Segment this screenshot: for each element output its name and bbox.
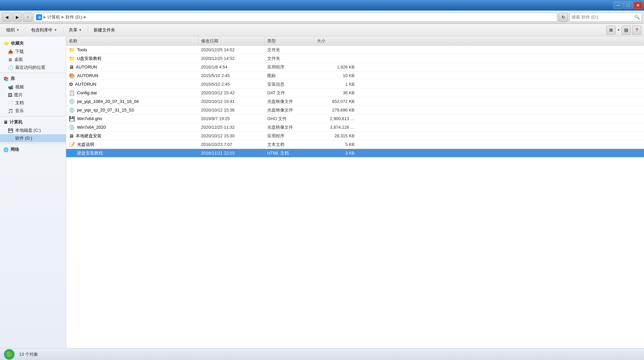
share-label: 共享	[69, 27, 77, 33]
sidebar-divider-3	[0, 144, 66, 144]
file-date-cell: 2016/11/21 22:03	[198, 151, 265, 156]
file-name: Win7x64_2020	[77, 125, 106, 130]
file-icon: 📋	[69, 90, 75, 96]
file-size-cell: 5 KB	[314, 142, 357, 147]
favorites-header[interactable]: ⭐ 收藏夹	[0, 39, 66, 48]
titlebar: ─ □ ✕	[0, 0, 644, 11]
computer-header[interactable]: 🖥 计算机	[0, 118, 66, 126]
minimize-button[interactable]: ─	[614, 2, 623, 9]
file-date-cell: 2020/10/12 15:42	[198, 90, 265, 95]
file-name: U盘安装教程	[77, 56, 102, 62]
network-header[interactable]: 🌐 网络	[0, 145, 66, 154]
file-type-cell: 文件夹	[265, 47, 314, 53]
table-row[interactable]: 📋 Config.dat 2020/10/12 15:42 DAT 文件 36 …	[66, 89, 644, 97]
file-icon: 🌐	[69, 150, 75, 156]
sidebar-item-d-drive[interactable]: 💿 软件 (D:)	[0, 134, 66, 142]
preview-button[interactable]: ▤	[622, 25, 631, 35]
file-date-cell: 2020/12/25 14:52	[198, 56, 265, 61]
table-row[interactable]: 🖥 AUTORUN 2016/1/8 4:54 应用程序 1,926 KB	[66, 63, 644, 71]
col-header-date[interactable]: 修改日期	[198, 36, 265, 45]
file-size-cell: 28,315 KB	[314, 133, 357, 138]
file-name-cell: ⚙ AUTORUN	[66, 81, 198, 87]
organize-label: 组织	[6, 27, 15, 33]
forward-button[interactable]: ▶	[13, 13, 22, 22]
col-header-size[interactable]: 大小	[314, 36, 357, 45]
file-name-cell: 💿 pe_yqs_1064_20_07_31_16_04	[66, 99, 198, 105]
file-size-cell: 36 KB	[314, 90, 357, 95]
search-icon[interactable]: 🔍	[634, 15, 640, 20]
sidebar-item-desktop[interactable]: 🖥 桌面	[0, 56, 66, 64]
d-drive-icon: 💿	[8, 136, 13, 141]
search-input[interactable]	[572, 15, 633, 20]
sidebar-item-video[interactable]: 📹 视频	[0, 83, 66, 91]
sidebar-item-c-drive[interactable]: 💾 本地磁盘 (C:)	[0, 126, 66, 134]
table-row[interactable]: 🌐 硬盘安装教程 2016/11/21 22:03 HTML 文档 3 KB	[66, 149, 644, 158]
table-row[interactable]: 📁 U盘安装教程 2020/12/25 14:52 文件夹	[66, 54, 644, 63]
view-toggle-button[interactable]: ⊞	[606, 25, 616, 35]
organize-button[interactable]: 组织 ▼	[3, 25, 23, 35]
breadcrumb-sep-3: ▶	[84, 15, 86, 19]
maximize-button[interactable]: □	[623, 2, 633, 9]
file-name: pe_yqs_1064_20_07_31_16_04	[77, 99, 139, 104]
computer-section: 🖥 计算机 💾 本地磁盘 (C:) 💿 软件 (D:)	[0, 118, 66, 142]
file-icon: 💿	[69, 99, 75, 105]
library-label: 库	[11, 76, 15, 82]
file-date-cell: 2020/10/12 15:36	[198, 108, 265, 112]
breadcrumb-bar[interactable]: 🖥 ▶ 计算机 ▶ 软件 (D:) ▶	[34, 13, 557, 22]
file-icon: 📁	[69, 47, 75, 53]
file-icon: 📁	[69, 56, 75, 62]
col-header-type[interactable]: 类型	[265, 36, 314, 45]
table-row[interactable]: 🎨 AUTORUN 2015/5/10 2:45 图标 10 KB	[66, 71, 644, 80]
include-chevron: ▼	[54, 28, 57, 32]
table-row[interactable]: 💿 pe_yqs_1064_20_07_31_16_04 2020/10/12 …	[66, 97, 644, 106]
view-chevron: ▼	[617, 28, 620, 32]
breadcrumb-drive[interactable]: 软件 (D:)	[65, 14, 82, 20]
file-type-cell: 图标	[265, 73, 314, 79]
download-label: 下载	[15, 49, 24, 55]
file-date-cell: 2019/9/7 19:25	[198, 116, 265, 121]
share-button[interactable]: 共享 ▼	[65, 25, 86, 35]
up-button[interactable]: ↑	[23, 13, 32, 22]
desktop-label: 桌面	[14, 57, 23, 63]
file-name-cell: 📁 Tools	[66, 47, 198, 53]
col-header-name[interactable]: 名称	[66, 36, 198, 45]
file-icon: 💿	[69, 124, 75, 130]
help-button[interactable]: ?	[632, 25, 641, 35]
file-date-cell: 2016/1/8 4:54	[198, 65, 265, 69]
library-header[interactable]: 📚 库	[0, 74, 66, 83]
file-name-cell: 🖥 本地硬盘安装	[66, 133, 198, 139]
close-button[interactable]: ✕	[633, 2, 643, 9]
desktop-icon: 🖥	[8, 57, 12, 62]
file-type-cell: 光盘映像文件	[265, 107, 314, 113]
table-row[interactable]: 💿 Win7x64_2020 2020/12/25 11:32 光盘映像文件 3…	[66, 123, 644, 132]
sidebar-item-music[interactable]: 🎵 音乐	[0, 107, 66, 115]
table-row[interactable]: 📁 Tools 2020/12/25 14:52 文件夹	[66, 46, 644, 54]
statusbar-logo: 🟢	[3, 348, 15, 360]
include-button[interactable]: 包含到库中 ▼	[27, 25, 61, 35]
toolbar: 组织 ▼ 包含到库中 ▼ 共享 ▼ 新建文件夹 ⊞ ▼ ▤ ?	[0, 24, 644, 36]
sidebar-item-download[interactable]: 📥 下载	[0, 48, 66, 56]
file-type-cell: 文件夹	[265, 56, 314, 62]
table-row[interactable]: 🖥 本地硬盘安装 2020/10/12 15:30 应用程序 28,315 KB	[66, 132, 644, 140]
statusbar: 🟢 13 个对象	[0, 348, 644, 360]
share-chevron: ▼	[79, 28, 82, 32]
file-date-cell: 2020/12/25 14:52	[198, 47, 265, 52]
refresh-button[interactable]: ↻	[559, 13, 568, 22]
sidebar-item-pictures[interactable]: 🖼 图片	[0, 91, 66, 99]
sidebar-item-documents[interactable]: 📄 文档	[0, 99, 66, 107]
new-folder-button[interactable]: 新建文件夹	[90, 25, 119, 35]
table-row[interactable]: 💾 Win7x64.gho 2019/9/7 19:25 GHO 文件 2,90…	[66, 114, 644, 123]
table-row[interactable]: 💿 pe_yqs_xp_20_07_31_15_53 2020/10/12 15…	[66, 106, 644, 114]
sidebar-item-recent[interactable]: 🕐 最近访问的位置	[0, 64, 66, 71]
breadcrumb-computer[interactable]: 计算机	[47, 14, 60, 20]
file-name: AUTORUN	[75, 82, 96, 87]
table-row[interactable]: ⚙ AUTORUN 2015/5/10 2:45 安装信息 1 KB	[66, 80, 644, 89]
table-row[interactable]: 📝 光盘说明 2016/10/23 7:07 文本文档 5 KB	[66, 140, 644, 149]
back-button[interactable]: ◀	[2, 13, 11, 22]
file-name-cell: 🎨 AUTORUN	[66, 73, 198, 79]
file-icon: ⚙	[69, 81, 73, 87]
c-drive-icon: 💾	[8, 128, 13, 133]
file-type-cell: 光盘映像文件	[265, 124, 314, 130]
pictures-icon: 🖼	[8, 93, 12, 98]
library-section: 📚 库 📹 视频 🖼 图片 📄 文档 🎵 音乐	[0, 74, 66, 115]
